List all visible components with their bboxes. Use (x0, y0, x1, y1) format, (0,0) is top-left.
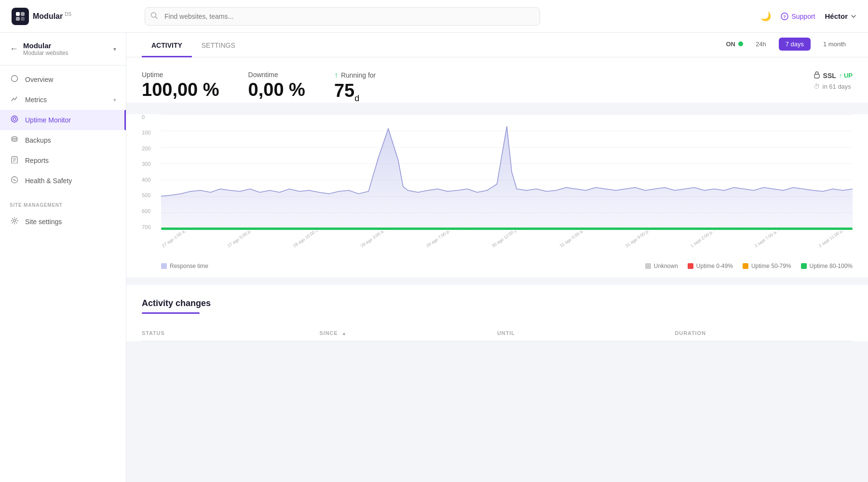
svg-line-5 (156, 17, 158, 19)
activity-underline (142, 312, 200, 314)
time-24h-button[interactable]: 24h (749, 38, 773, 51)
sidebar-item-uptime[interactable]: Uptime Monitor (0, 110, 126, 130)
svg-text:?: ? (784, 14, 787, 19)
time-label-9: 2 sept 7:00 a. m. (754, 231, 783, 248)
legend-response-label: Response time (170, 263, 208, 269)
ssl-status: ↑ UP (839, 72, 853, 79)
support-button[interactable]: ? Support (781, 13, 815, 20)
user-menu-button[interactable]: Héctor (825, 12, 856, 20)
sidebar-label-backups: Backups (25, 136, 51, 144)
time-label-6: 31 ago 5:00 a. m. (559, 231, 589, 248)
tab-settings[interactable]: SETTINGS (192, 33, 245, 57)
y-label-400: 400 (142, 177, 161, 183)
reports-icon (10, 156, 19, 165)
status-on: ON (726, 40, 744, 48)
stats-area: Uptime 100,00 % Downtime 0,00 % ↑ Runnin… (126, 57, 868, 103)
settings-icon (10, 217, 19, 227)
search-input[interactable] (145, 7, 540, 26)
legend-uptime50-dot (743, 263, 748, 269)
svg-point-10 (13, 118, 16, 120)
col-status: STATUS (142, 330, 320, 336)
uptime-bar (161, 228, 853, 230)
ssl-area: SSL ↑ UP ⏱ in 61 days (814, 71, 853, 93)
legend-uptime0: Uptime 0-49% (688, 263, 733, 269)
downtime-label: Downtime (248, 71, 305, 79)
time-7days-button[interactable]: 7 days (779, 38, 811, 51)
downtime-value: 0,00 % (248, 80, 305, 99)
legend-uptime80-dot (801, 263, 807, 269)
time-label-8: 1 sept 2:00 p. m. (690, 231, 719, 248)
time-labels-row: 27 ago 1:00 a. m. 27 ago 5:00 p. m. 28 a… (161, 231, 853, 249)
legend-uptime0-dot (688, 263, 693, 269)
uptime-stat: Uptime 100,00 % (142, 71, 219, 99)
sidebar-label-metrics: Metrics (25, 96, 47, 104)
svg-rect-1 (21, 12, 25, 16)
legend-uptime80-label: Uptime 80-100% (810, 263, 853, 269)
svg-rect-18 (814, 74, 819, 78)
sidebar-label-site-settings: Site settings (25, 218, 62, 226)
nav-section: Overview Metrics ▾ Uptime Monitor Backu (0, 66, 126, 195)
y-label-300: 300 (142, 161, 161, 167)
ssl-icon (814, 71, 820, 80)
col-since[interactable]: SINCE ▲ (320, 330, 498, 336)
dark-mode-icon[interactable]: 🌙 (760, 11, 771, 22)
uptime-icon (10, 115, 19, 125)
time-label-2: 28 ago 10:00 a. m. (292, 231, 325, 248)
svg-point-8 (12, 76, 18, 82)
sidebar-label-uptime: Uptime Monitor (25, 116, 71, 124)
sidebar-item-health[interactable]: Health & Safety (0, 171, 126, 191)
tabs-list: ACTIVITY SETTINGS (142, 33, 245, 57)
on-label: ON (726, 40, 736, 48)
running-unit: d (354, 94, 359, 103)
sidebar-item-overview[interactable]: Overview (0, 69, 126, 90)
sidebar: ← Modular Modular websites ▾ Overview Me… (0, 33, 126, 482)
chart-wrap: 700 600 500 400 300 200 100 0 (142, 114, 853, 249)
time-controls: ON 24h 7 days 1 month (726, 38, 853, 53)
ssl-label: SSL (823, 72, 836, 80)
support-label: Support (791, 13, 815, 20)
backups-icon (10, 135, 19, 145)
logo-area: Modular DS (12, 8, 137, 25)
y-label-200: 200 (142, 146, 161, 151)
time-label-7: 31 ago 9:00 p. m. (624, 231, 655, 248)
time-1month-button[interactable]: 1 month (816, 38, 853, 51)
legend-response-dot (161, 263, 167, 269)
chart-legend: Response time Unknown Uptime 0-49% Uptim… (126, 259, 868, 277)
search-bar[interactable] (145, 7, 540, 26)
arrow-up-icon: ↑ (334, 71, 338, 80)
site-name: Modular (23, 41, 108, 50)
sidebar-item-metrics[interactable]: Metrics ▾ (0, 90, 126, 110)
site-info: Modular Modular websites (23, 41, 108, 56)
table-header: STATUS SINCE ▲ UNTIL DURATION (142, 325, 853, 341)
chart-svg-area (161, 114, 853, 230)
site-switcher[interactable]: ← Modular Modular websites ▾ (0, 33, 126, 66)
sidebar-label-reports: Reports (25, 157, 49, 164)
y-label-700: 700 (142, 224, 161, 230)
svg-rect-3 (21, 17, 25, 21)
user-name: Héctor (825, 12, 848, 20)
top-navbar: Modular DS 🌙 ? Support Héctor (0, 0, 868, 33)
site-sub: Modular websites (23, 50, 108, 56)
chart-svg (161, 114, 853, 230)
legend-unknown: Unknown (645, 263, 678, 269)
logo-sup: DS (65, 12, 71, 17)
activity-section: Activity changes STATUS SINCE ▲ UNTIL DU… (126, 285, 868, 341)
ssl-expire: in 61 days (823, 83, 851, 90)
nav-right: 🌙 ? Support Héctor (760, 11, 856, 22)
sidebar-label-health: Health & Safety (25, 177, 72, 185)
time-label-0: 27 ago 1:00 a. m. (161, 231, 191, 248)
sidebar-item-backups[interactable]: Backups (0, 130, 126, 150)
sidebar-item-reports[interactable]: Reports (0, 150, 126, 171)
y-label-600: 600 (142, 208, 161, 214)
main-content: ACTIVITY SETTINGS ON 24h 7 days 1 month … (126, 33, 868, 482)
tab-activity[interactable]: ACTIVITY (142, 33, 192, 57)
downtime-stat: Downtime 0,00 % (248, 71, 305, 99)
clock-icon: ⏱ (814, 83, 820, 90)
y-label-100: 100 (142, 130, 161, 135)
site-management-label: SITE MANAGEMENT (0, 195, 126, 212)
legend-uptime50-label: Uptime 50-79% (751, 263, 791, 269)
tabs-bar: ACTIVITY SETTINGS ON 24h 7 days 1 month (126, 33, 868, 57)
legend-uptime50: Uptime 50-79% (743, 263, 791, 269)
chart-container: 700 600 500 400 300 200 100 0 (126, 114, 868, 259)
sidebar-item-settings[interactable]: Site settings (0, 212, 126, 232)
